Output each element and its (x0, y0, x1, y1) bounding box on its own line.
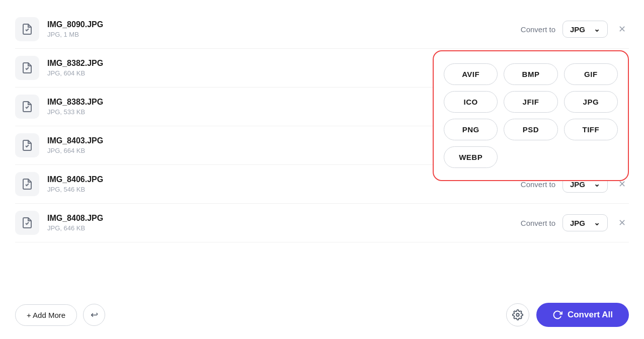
file-icon (15, 17, 39, 41)
file-row-right: Convert to JPG ⌄ ✕ (521, 21, 629, 38)
selected-format: JPG (570, 219, 585, 227)
convert-to-label: Convert to (521, 180, 555, 189)
convert-to-label: Convert to (521, 25, 555, 34)
bottom-left: + Add More ↩ (15, 304, 105, 326)
file-row: IMG_8408.JPG JPG, 646 KB Convert to JPG … (15, 204, 629, 242)
file-icon (15, 56, 39, 80)
file-row: IMG_8090.JPG JPG, 1 MB Convert to JPG ⌄ … (15, 10, 629, 49)
format-gif-button[interactable]: GIF (564, 63, 618, 85)
close-button[interactable]: ✕ (615, 22, 629, 36)
format-tiff-button[interactable]: TIFF (564, 119, 618, 140)
close-button[interactable]: ✕ (615, 216, 629, 230)
convert-dropdown[interactable]: JPG ⌄ (562, 21, 608, 38)
file-meta: JPG, 646 KB (47, 224, 521, 232)
chevron-down-icon: ⌄ (594, 218, 600, 227)
format-jfif-button[interactable]: JFIF (504, 91, 557, 113)
file-meta: JPG, 546 KB (47, 186, 521, 193)
file-icon (15, 95, 39, 119)
enter-button[interactable]: ↩ (83, 304, 105, 326)
return-icon: ↩ (91, 309, 98, 320)
file-name: IMG_8090.JPG (47, 20, 521, 29)
selected-format: JPG (570, 180, 585, 189)
svg-point-0 (516, 313, 519, 316)
file-name: IMG_8408.JPG (47, 214, 521, 223)
gear-icon (512, 309, 523, 320)
refresh-icon (552, 310, 562, 320)
selected-format: JPG (570, 25, 585, 34)
convert-all-button[interactable]: Convert All (536, 303, 629, 327)
main-container: IMG_8090.JPG JPG, 1 MB Convert to JPG ⌄ … (0, 0, 644, 339)
file-info: IMG_8090.JPG JPG, 1 MB (47, 20, 521, 38)
convert-to-label: Convert to (521, 219, 555, 227)
bottom-right: Convert All (506, 303, 629, 327)
file-meta: JPG, 1 MB (47, 31, 521, 38)
format-avif-button[interactable]: AVIF (444, 63, 498, 85)
format-ico-button[interactable]: ICO (444, 91, 498, 113)
file-icon (15, 211, 39, 235)
add-more-button[interactable]: + Add More (15, 304, 77, 326)
format-jpg-button[interactable]: JPG (564, 91, 618, 113)
file-icon (15, 172, 39, 196)
format-bmp-button[interactable]: BMP (504, 63, 557, 85)
format-dropdown-popup: AVIF BMP GIF ICO JFIF JPG PNG PSD TIFF W… (433, 50, 629, 181)
format-psd-button[interactable]: PSD (504, 119, 557, 140)
bottom-bar: + Add More ↩ Convert All (15, 294, 629, 329)
format-png-button[interactable]: PNG (444, 119, 498, 140)
convert-dropdown[interactable]: JPG ⌄ (562, 214, 608, 231)
convert-all-label: Convert All (568, 310, 613, 320)
chevron-down-icon: ⌄ (594, 25, 600, 34)
settings-button[interactable] (506, 303, 529, 326)
file-row-right: Convert to JPG ⌄ ✕ (521, 214, 629, 231)
format-webp-button[interactable]: WEBP (444, 146, 498, 168)
file-icon (15, 133, 39, 157)
add-more-label: + Add More (27, 311, 65, 319)
file-info: IMG_8408.JPG JPG, 646 KB (47, 214, 521, 232)
